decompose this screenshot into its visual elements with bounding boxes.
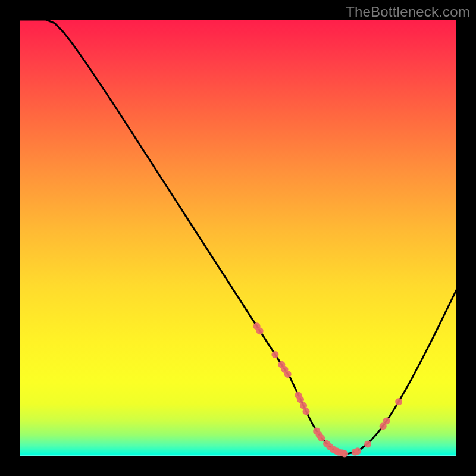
data-marker xyxy=(284,371,292,378)
data-marker xyxy=(303,408,310,415)
chart-plot-area xyxy=(20,20,456,456)
data-marker xyxy=(341,450,348,458)
data-marker xyxy=(395,398,402,405)
watermark-text: TheBottleneck.com xyxy=(346,4,470,20)
data-marker xyxy=(354,447,361,455)
data-marker xyxy=(256,327,264,334)
chart-svg xyxy=(20,20,456,456)
data-marker xyxy=(383,418,390,425)
chart-stage: TheBottleneck.com xyxy=(0,0,476,476)
data-marker xyxy=(364,440,371,447)
data-marker xyxy=(271,351,278,358)
bottleneck-curve xyxy=(20,20,456,454)
data-marker xyxy=(318,434,325,441)
data-marker xyxy=(297,396,304,403)
